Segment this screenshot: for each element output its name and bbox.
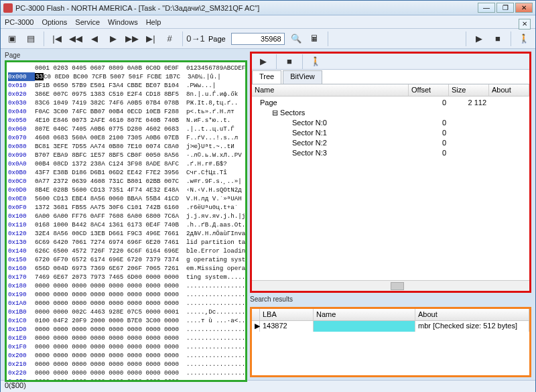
exit2-icon[interactable]: 🚶: [308, 54, 323, 69]
col-size[interactable]: Size: [449, 84, 489, 96]
menu-options[interactable]: Options: [42, 18, 67, 26]
hex-row[interactable]: 0x090B707 EBA9 8BFC 1E57 8BF5 CB0F 0050 …: [8, 151, 244, 159]
first-page-icon[interactable]: |◀: [50, 31, 64, 46]
sr-col-lba[interactable]: LBA: [260, 309, 314, 320]
search-results-panel: LBA Name About ▶ 143872 mbr [Checked siz…: [250, 307, 531, 377]
hex-row[interactable]: 0x060807E 040C 7405 A0B6 0775 D280 4602 …: [8, 125, 244, 133]
hex-row[interactable]: 0x1B00000 0000 002C 4463 928E 07C5 0000 …: [8, 308, 244, 316]
tab-tree[interactable]: Tree: [252, 70, 281, 84]
task-icon[interactable]: ▣: [5, 31, 19, 46]
grid-icon[interactable]: #: [162, 31, 177, 46]
hex-row[interactable]: 0x1D00000 0000 0000 0000 0000 0000 0000 …: [8, 325, 244, 334]
hex-row[interactable]: 0x1800000 0000 0000 0000 0000 0000 0000 …: [8, 281, 244, 290]
h-scrollbar[interactable]: [252, 280, 529, 291]
sr-col-name[interactable]: Name: [314, 309, 415, 320]
hex-row[interactable]: 0x03083C6 1049 7419 382C 74F6 A0B5 07B4 …: [8, 99, 244, 107]
titlebar: PC-3000 Flash - NORTH AMERICA - [Task - …: [1, 1, 535, 15]
hex-row[interactable]: 0x160656D 004D 6973 7369 6E67 206F 7065 …: [8, 264, 244, 273]
play2-icon[interactable]: ▶: [256, 54, 271, 69]
page-section-label: Page: [5, 52, 247, 59]
search-icon[interactable]: 🔍: [289, 31, 304, 46]
prev-page-icon[interactable]: ◀: [87, 31, 102, 46]
status-text: 0($00): [5, 381, 26, 389]
next-page-icon[interactable]: ▶: [106, 31, 121, 46]
search-result-row[interactable]: ▶ 143872 mbr [Checked size: 512 bytes]: [252, 321, 529, 332]
hex-viewer[interactable]: 0001 0203 0405 0607 0809 0A0B 0C0D 0E0F …: [5, 60, 247, 382]
hex-row[interactable]: 0x1506720 6F70 6572 6174 696E 6720 7379 …: [8, 255, 244, 264]
hex-row[interactable]: 0x0E05600 CD13 EBE4 8A56 0060 BBAA 55B4 …: [8, 194, 244, 203]
col-offset[interactable]: Offset: [409, 84, 449, 96]
maximize-button[interactable]: ❐: [496, 3, 514, 13]
hex-row[interactable]: 0x1F00000 0000 0000 0000 0000 0000 0000 …: [8, 342, 244, 351]
hex-row[interactable]: 0x12032E4 8A56 00CD 13EB D661 F9C3 496E …: [8, 229, 244, 238]
sr-name: [314, 321, 415, 332]
hex-row[interactable]: 0x1C00100 04F2 20F9 2000 0000 B7E0 3C00 …: [8, 316, 244, 325]
hex-header: 0001 0203 0405 0607 0809 0A0B 0C0D 0E0F …: [35, 64, 244, 72]
row-pointer-icon: ▶: [252, 321, 260, 332]
menubar: PC-3000 Options Service Windows Help ✕: [1, 15, 535, 29]
tree-row[interactable]: ⊟ Sectors: [252, 108, 529, 118]
sr-lba: 143872: [260, 321, 314, 332]
tree-row[interactable]: Sector N:20: [252, 138, 529, 148]
tree-row[interactable]: Sector N:00: [252, 118, 529, 128]
hex-row[interactable]: 0x0F01372 3681 FB55 AA75 30F6 C101 742B …: [8, 203, 244, 212]
hex-row[interactable]: 0x2100000 0000 0000 0000 0000 0000 0000 …: [8, 360, 244, 369]
col-name[interactable]: Name: [252, 84, 409, 96]
hex-row[interactable]: 0x0704608 0683 560A 00E8 2100 7305 A0B6 …: [8, 133, 244, 142]
page-input[interactable]: [231, 33, 285, 45]
hex-row[interactable]: 0x1A00000 0000 0000 0000 0000 0000 0000 …: [8, 299, 244, 308]
tab-bitview[interactable]: BitView: [283, 70, 322, 84]
toolbar: ▣ ▤ |◀ ◀◀ ◀ ▶ ▶▶ ▶| # 0→1 Page 🔍 🖩 ▶ ■ 🚶: [1, 29, 535, 49]
hex-row[interactable]: 0x1E00000 0000 0000 0000 0000 0000 0000 …: [8, 334, 244, 342]
hex-row[interactable]: 0x0504E10 E846 0073 2AFE 4610 807E 040B …: [8, 116, 244, 125]
hex-row[interactable]: 0x1707469 6E67 2073 7973 7465 6D00 0000 …: [8, 273, 244, 281]
menu-windows[interactable]: Windows: [108, 18, 138, 26]
hex-row[interactable]: 0x140626C 6500 4572 726F 7220 6C6F 6164 …: [8, 247, 244, 255]
hex-row[interactable]: 0x00033C0 8ED0 BC00 7CFB 5007 501F FCBE …: [8, 72, 244, 81]
hex-row[interactable]: 0x2200000 0000 0000 0000 0000 0000 0000 …: [8, 369, 244, 377]
stop2-icon[interactable]: ■: [282, 54, 297, 69]
tree-row[interactable]: Page02 112: [252, 98, 529, 108]
hex-row[interactable]: 0x0A000B4 08CD 1372 238A C124 3F98 8ADE …: [8, 159, 244, 168]
menu-help[interactable]: Help: [146, 18, 161, 26]
next-fast-icon[interactable]: ▶▶: [125, 31, 139, 46]
hex-row[interactable]: 0x0D08B4E 028B 5600 CD13 7351 4F74 4E32 …: [8, 186, 244, 194]
hex-row[interactable]: 0x1306C69 6420 7061 7274 6974 696F 6E20 …: [8, 238, 244, 247]
tree-body[interactable]: Page02 112⊟ SectorsSector N:00Sector N:1…: [252, 96, 529, 280]
calc-icon[interactable]: 🖩: [308, 31, 322, 46]
play-icon[interactable]: ▶: [472, 31, 486, 46]
sr-about: mbr [Checked size: 512 bytes]: [415, 321, 529, 332]
hex-row[interactable]: 0x0B043F7 E38B D186 D6B1 06D2 EE42 F7E2 …: [8, 168, 244, 177]
hex-row[interactable]: 0x2000000 0000 0000 0000 0000 0000 0000 …: [8, 351, 244, 360]
minimize-button[interactable]: —: [478, 3, 495, 13]
page-label: Page: [208, 35, 226, 43]
goto-icon[interactable]: 0→1: [188, 31, 203, 46]
exit-icon[interactable]: 🚶: [517, 31, 531, 46]
menu-pc3000[interactable]: PC-3000: [5, 18, 34, 26]
hex-row[interactable]: 0x0C00A77 2372 0639 4608 731C B801 02BB …: [8, 177, 244, 186]
sr-col-about[interactable]: About: [415, 309, 529, 320]
hex-row[interactable]: 0x1006A00 6A00 FF76 0AFF 7608 6A00 6800 …: [8, 212, 244, 220]
hex-row[interactable]: 0x010BF1B 0650 57B9 E501 F3A4 CBBE BE07 …: [8, 81, 244, 90]
hex-row[interactable]: 0x2300000 0000 0000 0000 0000 0000 0000 …: [8, 377, 244, 382]
stop-icon[interactable]: ■: [490, 31, 505, 46]
task2-icon[interactable]: ▤: [23, 31, 38, 46]
hex-row[interactable]: 0x040F0AC 3C00 74FC BB07 00B4 0ECD 10EB …: [8, 107, 244, 116]
menu-service[interactable]: Service: [75, 18, 100, 26]
hex-row[interactable]: 0x1100168 1000 B442 8AC4 1361 6173 0E4F …: [8, 220, 244, 229]
tree-row[interactable]: Sector N:10: [252, 128, 529, 138]
col-about[interactable]: About: [489, 84, 529, 96]
app-icon: [3, 3, 13, 13]
hex-row[interactable]: 0x020386E 007C 0975 1383 C510 E2F4 CD18 …: [8, 90, 244, 99]
prev-fast-icon[interactable]: ◀◀: [68, 31, 83, 46]
close-button[interactable]: ✕: [515, 3, 533, 13]
hex-row[interactable]: 0x1900000 0000 0000 0000 0000 0000 0000 …: [8, 290, 244, 299]
window-title: PC-3000 Flash - NORTH AMERICA - [Task - …: [15, 4, 478, 12]
tree-row[interactable]: Sector N:30: [252, 148, 529, 158]
structure-panel: ▶ ■ 🚶 Tree BitView Name Offset Size Abou…: [250, 52, 531, 293]
search-results-label: Search results: [250, 296, 531, 303]
hex-row[interactable]: 0x080BC81 3EFE 7D55 AA74 0B80 7E10 0074 …: [8, 142, 244, 151]
mdi-close-button[interactable]: ✕: [519, 19, 531, 29]
last-page-icon[interactable]: ▶|: [143, 31, 158, 46]
